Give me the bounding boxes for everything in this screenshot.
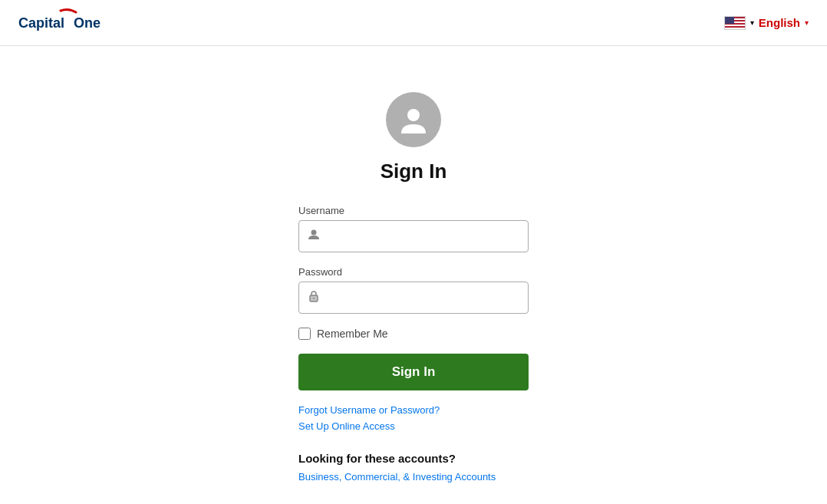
- sign-in-button[interactable]: Sign In: [298, 354, 529, 390]
- page-title: Sign In: [381, 160, 447, 183]
- login-form: Username Password: [298, 205, 529, 436]
- username-input[interactable]: [298, 220, 529, 252]
- svg-text:Capital: Capital: [18, 15, 64, 31]
- remember-me-row: Remember Me: [298, 328, 529, 340]
- language-label: English: [759, 16, 800, 29]
- password-label: Password: [298, 266, 529, 278]
- capital-one-logo: Capital One: [18, 8, 110, 38]
- flag-icon: [724, 16, 746, 30]
- forgot-link[interactable]: Forgot Username or Password?: [298, 404, 529, 416]
- password-input[interactable]: [298, 282, 529, 314]
- looking-for-title: Looking for these accounts?: [298, 452, 529, 465]
- username-field-wrapper: [298, 220, 529, 252]
- business-accounts-link[interactable]: Business, Commercial, & Investing Accoun…: [298, 471, 496, 483]
- language-selector[interactable]: ▾ English ▾: [724, 16, 809, 30]
- svg-text:One: One: [74, 15, 100, 31]
- username-label: Username: [298, 205, 529, 216]
- looking-for-section: Looking for these accounts? Business, Co…: [298, 452, 529, 483]
- avatar: [386, 92, 441, 147]
- user-avatar-icon: [397, 103, 430, 137]
- header: Capital One ▾ English ▾: [0, 0, 827, 46]
- flag-chevron-icon: ▾: [750, 18, 754, 27]
- logo-area: Capital One: [18, 8, 110, 38]
- main-content: Sign In Username Password: [0, 46, 827, 504]
- remember-me-checkbox[interactable]: [298, 328, 311, 340]
- setup-online-access-link[interactable]: Set Up Online Access: [298, 420, 529, 432]
- lang-chevron-icon: ▾: [805, 18, 809, 27]
- password-field-wrapper: [298, 282, 529, 314]
- remember-me-label: Remember Me: [317, 328, 388, 340]
- svg-point-2: [407, 109, 420, 121]
